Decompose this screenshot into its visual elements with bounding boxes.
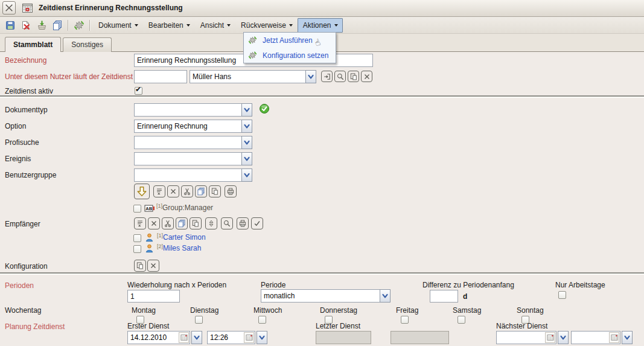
differenz-input[interactable] [430, 290, 458, 303]
run-service-button[interactable] [72, 18, 86, 32]
recipient-checkbox[interactable] [133, 234, 141, 242]
empfaenger-print-button[interactable] [237, 217, 249, 229]
erster-datum-field[interactable]: 14.12.2010 [127, 331, 190, 344]
cut-icon [183, 187, 191, 196]
menu-item-konfiguration-setzen[interactable]: Konfiguration setzen [244, 48, 336, 63]
ereignis-combobox[interactable] [134, 152, 252, 165]
differenz-unit-label: d [463, 292, 467, 301]
gruppe-print-button[interactable] [225, 185, 237, 197]
empfaenger-cut-button[interactable] [162, 217, 174, 229]
naechster-datum-calendar-button[interactable] [545, 332, 555, 343]
profisuche-combobox-value[interactable] [134, 136, 241, 149]
chevron-down-icon [243, 171, 250, 179]
weekday-checkbox[interactable] [401, 316, 409, 324]
menu-item-jetzt-ausfuehren[interactable]: Jetzt Ausführen ☝ [244, 33, 336, 48]
profisuche-combobox-dropdown-button[interactable] [241, 136, 252, 149]
periode-combobox-dropdown-button[interactable] [380, 289, 391, 303]
option-combobox-value[interactable]: Erinnerung Rechnung [134, 120, 241, 133]
nutzer-input[interactable] [134, 70, 187, 83]
recipient-checkbox[interactable] [133, 245, 141, 253]
arbeitstage-checkbox[interactable] [558, 291, 566, 299]
ereignis-combobox-value[interactable] [134, 152, 241, 165]
empfaenger-sort-button[interactable] [205, 217, 217, 229]
menu-bearbeiten[interactable]: Bearbeiten [143, 18, 195, 33]
recipient-index: [2] [157, 243, 163, 249]
paste-icon [191, 219, 200, 228]
menu-dokument[interactable]: Dokument [93, 18, 143, 33]
nutzer-clear-button[interactable] [361, 71, 372, 82]
naechster-datum-dropdown-button[interactable] [558, 331, 569, 344]
profisuche-combobox[interactable] [134, 136, 252, 149]
erster-zeit-dropdown-button[interactable] [257, 331, 267, 344]
menu-ansicht[interactable]: Ansicht [195, 18, 235, 33]
benutzergruppe-label: Benutzergruppe [5, 171, 56, 179]
menu-bearbeiten-label: Bearbeiten [148, 21, 183, 30]
empfaenger-remove-button[interactable] [148, 217, 160, 229]
erster-zeit-value[interactable]: 12:26 [208, 333, 244, 342]
save-button[interactable] [3, 18, 18, 32]
gruppe-remove-button[interactable] [167, 185, 179, 197]
nutzer-paste-button[interactable] [348, 71, 359, 82]
drop-to-basket-button[interactable] [34, 18, 49, 32]
nutzer-combobox-dropdown-button[interactable] [305, 70, 316, 83]
erster-datum-dropdown-button[interactable] [191, 331, 202, 344]
nutzer-combobox-value[interactable]: Müller Hans [190, 70, 305, 83]
erster-datum-calendar-button[interactable] [179, 332, 189, 343]
tab-sonstiges[interactable]: Sonstiges [63, 37, 112, 52]
ereignis-combobox-dropdown-button[interactable] [241, 152, 252, 165]
weekday-checkbox[interactable] [258, 316, 266, 324]
gruppe-paste-button[interactable] [209, 185, 221, 197]
dokumenttyp-combobox[interactable] [134, 103, 252, 117]
weekday-mittwoch: Mittwoch [253, 306, 282, 324]
nutzer-combobox[interactable]: Müller Hans [190, 70, 316, 83]
close-button[interactable] [2, 1, 16, 14]
benutzergruppe-combobox-dropdown-button[interactable] [241, 168, 252, 182]
empfaenger-search-button[interactable] [221, 217, 233, 229]
benutzergruppe-combobox[interactable] [134, 168, 252, 182]
gruppe-add-arrow-button[interactable] [134, 184, 150, 199]
letzter-datum-field [316, 331, 371, 344]
konfiguration-clear-button[interactable] [147, 260, 159, 272]
dokumenttyp-combobox-dropdown-button[interactable] [241, 103, 252, 117]
delete-button[interactable] [19, 18, 33, 32]
weekday-checkbox[interactable] [195, 316, 203, 324]
naechster-zeit-field[interactable] [571, 331, 620, 344]
dokumenttyp-combobox-value[interactable] [134, 103, 241, 117]
option-combobox[interactable]: Erinnerung Rechnung [134, 120, 252, 133]
menu-rueckverweise[interactable]: Rückverweise [235, 18, 298, 33]
nutzer-goto-button[interactable] [321, 71, 333, 82]
empfaenger-select-all-button[interactable] [134, 217, 146, 229]
recipient-link[interactable]: Miles Sarah [163, 244, 201, 252]
periode-combobox[interactable]: monatlich [261, 289, 391, 303]
chevron-down-icon [623, 334, 631, 341]
caret-down-icon [334, 24, 338, 27]
wiederholung-input[interactable]: 1 [127, 290, 180, 303]
gruppe-cut-button[interactable] [181, 185, 193, 197]
benutzergruppe-combobox-value[interactable] [134, 168, 241, 182]
tab-stammblatt[interactable]: Stammblatt [5, 37, 61, 52]
naechster-datum-field[interactable] [496, 331, 556, 344]
erster-zeit-calendar-button[interactable] [244, 332, 254, 343]
empfaenger-confirm-button[interactable] [251, 217, 263, 229]
chevron-down-icon [258, 334, 266, 341]
group-item-checkbox[interactable] [133, 205, 141, 213]
menu-aktionen[interactable]: Aktionen [298, 18, 343, 33]
aktiv-checkbox[interactable] [135, 87, 142, 95]
gruppe-copy-button[interactable] [195, 185, 207, 197]
nutzer-search-button[interactable] [334, 71, 346, 82]
divider [0, 272, 644, 274]
konfiguration-paste-button[interactable] [134, 260, 146, 272]
naechster-zeit-dropdown-button[interactable] [622, 331, 633, 344]
periode-combobox-value[interactable]: monatlich [261, 289, 380, 303]
chevron-down-icon [193, 334, 200, 341]
empfaenger-paste-button[interactable] [190, 217, 202, 229]
gruppe-select-all-button[interactable] [153, 185, 165, 197]
weekday-checkbox[interactable] [457, 316, 465, 324]
erster-zeit-field[interactable]: 12:26 [207, 331, 255, 344]
naechster-zeit-calendar-button[interactable] [609, 332, 619, 343]
copy-button[interactable] [50, 18, 65, 32]
option-combobox-dropdown-button[interactable] [241, 120, 252, 133]
recipient-link[interactable]: Carter Simon [163, 233, 206, 242]
empfaenger-copy-button[interactable] [176, 217, 188, 229]
erster-datum-value[interactable]: 14.12.2010 [128, 333, 179, 342]
